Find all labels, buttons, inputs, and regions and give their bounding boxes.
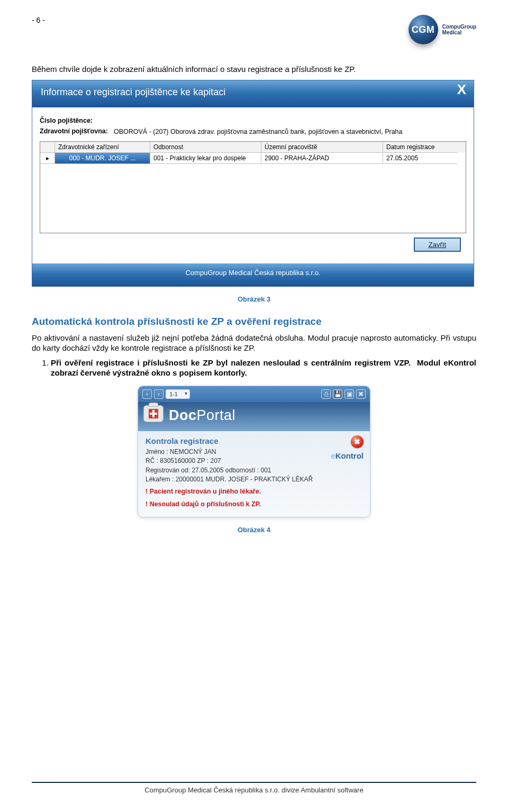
docportal-toolbar: ‹ › 1-1 ⎙ 💾 ▣ ✖ [138,386,370,402]
grid-header-marker [40,142,55,153]
print-icon[interactable]: ⎙ [321,389,331,399]
logo-brand-line1: CompuGroup [442,24,476,30]
grid-row[interactable]: ▸ 000 - MUDR. JOSEF ... 001 - Prakticky … [40,153,466,164]
grid-header-odbornost: Odbornost [150,142,261,153]
window-icon[interactable]: ▣ [344,389,354,399]
save-icon[interactable]: 💾 [333,389,342,399]
prev-page-icon[interactable]: ‹ [142,389,152,399]
grid-row-marker-icon: ▸ [40,153,55,164]
dialog-body: Číslo pojištěnce: Zdravotní pojišťovna: … [32,107,474,263]
ekontrol-logo: eKontrol [331,451,364,460]
close-icon[interactable]: ✖ [356,389,366,399]
section-heading: Automatická kontrola příslušnosti ke ZP … [32,316,476,327]
grid-cell-datum: 27.05.2005 [383,153,457,164]
logo-brand-line2: Medical [442,30,476,36]
grid-header-zarizeni: Zdravotnické zařízení [55,142,150,153]
list-item-1-bold: Při ověření registrace i příslušnosti ke… [51,358,411,367]
warning-line: ! Pacient registrován u jiného lékaře. [146,486,362,497]
docportal-body: ✖ eKontrol Kontrola registrace Jméno : N… [138,431,370,517]
docportal-subtitle: Kontrola registrace [146,436,362,445]
numbered-list: Při ověření registrace i příslušnosti ke… [51,358,476,378]
next-page-icon[interactable]: › [154,389,164,399]
close-icon[interactable]: X [457,81,466,98]
value-zdravotni-pojistovna: OBOROVÁ - (207) Oborová zdrav. pojišťovn… [114,127,466,136]
grid-cell-odbornost: 001 - Prakticky lekar pro dospele [150,153,261,164]
figure-caption-3: Obrázek 3 [32,295,476,303]
warning-line: ! Nesoulad údajů o příslušnosti k ZP. [146,499,362,509]
label-zdravotni-pojistovna: Zdravotní pojišťovna: [40,127,114,136]
dialog-footer: CompuGroup Medical Česká republika s.r.o… [32,263,474,286]
ekontrol-k: Kontrol [335,451,364,460]
close-button[interactable]: Zavřít [414,238,461,252]
value-cislo-pojistence [114,117,466,124]
status-error-icon: ✖ [351,435,364,448]
info-line: Registrován od: 27.05.2005 odborností : … [146,466,362,475]
grid-header: Zdravotnické zařízení Odbornost Územní p… [40,142,466,153]
list-item: Při ověření registrace i příslušnosti ke… [51,358,476,378]
section-paragraph: Po aktivování a nastavení služeb již nej… [32,333,476,353]
docportal-title: DocPortal [169,407,362,424]
brand-logo: CGM CompuGroup Medical [409,15,476,44]
docportal-title-a: Doc [169,407,197,423]
medical-bag-icon [143,405,164,422]
registration-info-dialog: Informace o registraci pojištěnce ke kap… [32,80,474,287]
dialog-titlebar: Informace o registraci pojištěnce ke kap… [32,80,474,107]
page-selector[interactable]: 1-1 [166,389,190,399]
docportal-toolbar-right: ⎙ 💾 ▣ ✖ [321,389,366,399]
logo-orb: CGM [409,15,438,44]
docportal-toolbar-left: ‹ › 1-1 [142,389,190,399]
label-cislo-pojistence: Číslo pojištěnce: [40,117,114,124]
docportal-panel: ‹ › 1-1 ⎙ 💾 ▣ ✖ DocPortal ✖ eKontrol Kon… [138,386,370,518]
page-footer: CompuGroup Medical Česká republika s.r.o… [32,782,476,794]
grid-cell-uzemni: 2900 - PRAHA-ZÁPAD [261,153,383,164]
docportal-title-b: Portal [197,407,236,423]
intro-paragraph: Během chvíle dojde k zobrazení aktuálníc… [32,64,476,75]
figure-caption-4: Obrázek 4 [32,526,476,534]
grid-cell-zarizeni: 000 - MUDR. JOSEF ... [55,153,150,164]
info-line: RČ : 8305160000 ZP : 207 [146,457,362,466]
logo-text: CompuGroup Medical [442,24,476,36]
info-line: Lékařem : 20000001 MUDR. JOSEF - PRAKTIC… [146,475,362,484]
docportal-header: DocPortal [138,402,370,431]
logo-abbr: CGM [412,24,435,35]
grid-header-uzemni: Územní pracoviště [261,142,383,153]
registration-grid: Zdravotnické zařízení Odbornost Územní p… [40,141,466,233]
grid-empty-area [40,164,466,233]
dialog-title-text: Informace o registraci pojištěnce ke kap… [41,87,225,97]
grid-header-datum: Datum registrace [383,142,457,153]
ekontrol-e: e [331,451,335,460]
info-line: Jméno : NEMOCNÝ JAN [146,448,362,457]
